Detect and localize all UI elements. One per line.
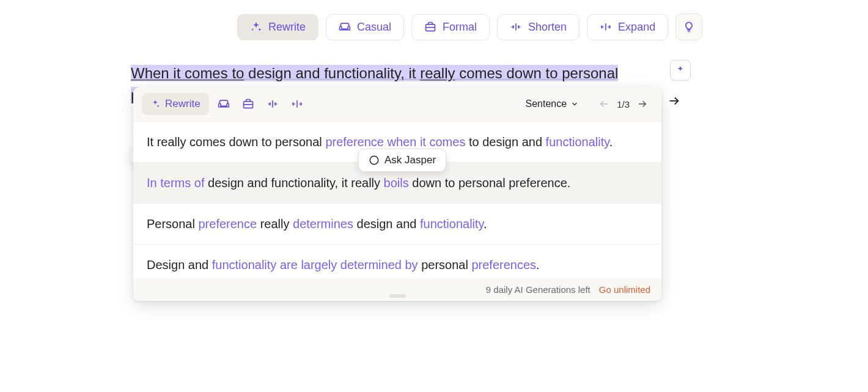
sparkle-icon: [150, 99, 160, 109]
ai-sparkle-button[interactable]: [670, 60, 691, 81]
panel-casual-icon[interactable]: [214, 94, 234, 114]
generations-left: 9 daily AI Generations left: [486, 284, 590, 295]
go-unlimited-link[interactable]: Go unlimited: [599, 284, 650, 295]
shorten-icon: [510, 21, 522, 33]
pager-prev-icon[interactable]: [598, 98, 609, 109]
resize-handle-icon[interactable]: [389, 295, 405, 297]
casual-button[interactable]: Casual: [326, 14, 404, 40]
suggestions-panel: Rewrite Sentence 1/3: [133, 87, 661, 301]
panel-shorten-icon[interactable]: [263, 94, 282, 114]
briefcase-icon: [424, 21, 436, 33]
sofa-icon: [339, 21, 351, 33]
pager: 1/3: [598, 98, 648, 109]
shorten-label: Shorten: [528, 21, 567, 34]
chat-icon: [369, 155, 380, 166]
ideas-button[interactable]: [675, 13, 702, 40]
casual-label: Casual: [357, 21, 391, 34]
panel-rewrite-label: Rewrite: [165, 98, 200, 110]
sparkle-icon: [250, 21, 262, 33]
expand-label: Expand: [618, 21, 655, 34]
panel-expand-icon[interactable]: [287, 94, 307, 114]
panel-footer: 9 daily AI Generations left Go unlimited: [133, 278, 661, 301]
expand-button[interactable]: Expand: [587, 14, 668, 40]
shorten-button[interactable]: Shorten: [497, 14, 579, 40]
suggestion-item[interactable]: Design and functionality are largely det…: [133, 245, 661, 278]
next-selection-arrow[interactable]: [668, 94, 681, 108]
suggestions-list: It really comes down to personal prefere…: [133, 121, 661, 278]
panel-rewrite-chip[interactable]: Rewrite: [142, 93, 209, 115]
ask-jasper-popup[interactable]: Ask Jasper: [358, 149, 446, 172]
chevron-down-icon: [570, 100, 579, 108]
panel-formal-icon[interactable]: [238, 94, 258, 114]
lightbulb-icon: [683, 21, 695, 33]
pager-count: 1/3: [617, 99, 630, 109]
panel-toolbar: Rewrite Sentence 1/3: [133, 87, 661, 121]
formal-button[interactable]: Formal: [411, 14, 490, 40]
scope-label: Sentence: [526, 98, 567, 109]
suggestion-item[interactable]: Personal preference really determines de…: [133, 204, 661, 245]
rewrite-button[interactable]: Rewrite: [237, 14, 318, 40]
top-toolbar: Rewrite Casual Formal Shorten Expand: [237, 13, 702, 40]
scope-selector[interactable]: Sentence: [526, 98, 579, 109]
formal-label: Formal: [443, 21, 477, 34]
pager-next-icon[interactable]: [637, 98, 648, 109]
ask-jasper-label: Ask Jasper: [384, 154, 436, 166]
expand-icon: [600, 21, 612, 33]
rewrite-label: Rewrite: [268, 21, 306, 34]
